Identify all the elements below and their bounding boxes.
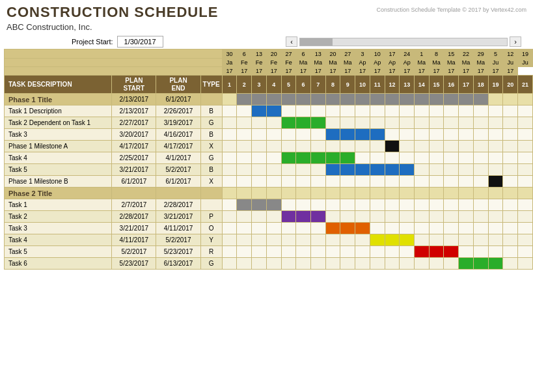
task-row-5: Task 5 3/21/2017 5/2/2017 B [5, 164, 533, 176]
p2-task-row-1: Task 1 2/7/2017 2/28/2017 [5, 199, 533, 211]
date-row-3: 17 17 17 17 17 17 17 17 17 17 17 17 17 1… [5, 67, 533, 76]
column-headers: TASK DESCRIPTION PLANSTART PLANEND TYPE … [5, 76, 533, 94]
task-row-3: Task 3 3/20/2017 4/16/2017 B [5, 129, 533, 141]
milestone-b-row: Phase 1 Milestone B 6/1/2017 6/1/2017 X [5, 176, 533, 188]
phase-2-row: Phase 2 Title [5, 188, 533, 199]
copyright: Construction Schedule Template © 2017 by… [376, 7, 526, 13]
nav-scrollbar[interactable] [299, 38, 508, 46]
p2-task-row-2: Task 2 2/28/2017 3/21/2017 P [5, 211, 533, 223]
p2-task-row-3: Task 3 3/21/2017 4/11/2017 O [5, 223, 533, 234]
subtitle: ABC Construction, Inc. [7, 22, 218, 32]
p2-task-row-4: Task 4 4/11/2017 5/2/2017 Y [5, 234, 533, 246]
p2-task-row-5: Task 5 5/2/2017 5/23/2017 R [5, 246, 533, 258]
schedule-table: 30 6 13 20 27 6 13 20 27 3 10 17 24 1 8 … [4, 49, 533, 270]
task-row-4: Task 4 2/25/2017 4/1/2017 G [5, 152, 533, 164]
milestone-a-row: Phase 1 Milestone A 4/17/2017 4/17/2017 … [5, 141, 533, 152]
nav-prev-button[interactable]: ‹ [286, 36, 297, 47]
p2-task-row-6: Task 6 5/23/2017 6/13/2017 G [5, 258, 533, 270]
nav-next-button[interactable]: › [510, 36, 521, 47]
date-row-2: Ja Fe Fe Fe Fe Ma Ma Ma Ma Ap Ap Ap Ap M… [5, 59, 533, 67]
task-row-1: Task 1 Description 2/13/2017 2/26/2017 B [5, 105, 533, 117]
schedule-table-container: 30 6 13 20 27 6 13 20 27 3 10 17 24 1 8 … [4, 49, 529, 270]
main-title: CONSTRUCTION SCHEDULE [7, 4, 218, 21]
phase-1-row: Phase 1 Title 2/13/2017 6/1/2017 [5, 94, 533, 105]
page: CONSTRUCTION SCHEDULE ABC Construction, … [0, 0, 533, 392]
project-start-label: Project Start: [72, 38, 113, 46]
task-row-2: Task 2 Dependent on Task 1 2/27/2017 3/1… [5, 117, 533, 129]
project-start-value: 1/30/2017 [117, 36, 163, 48]
header: CONSTRUCTION SCHEDULE ABC Construction, … [0, 0, 533, 35]
date-row-1: 30 6 13 20 27 6 13 20 27 3 10 17 24 1 8 … [5, 49, 533, 59]
